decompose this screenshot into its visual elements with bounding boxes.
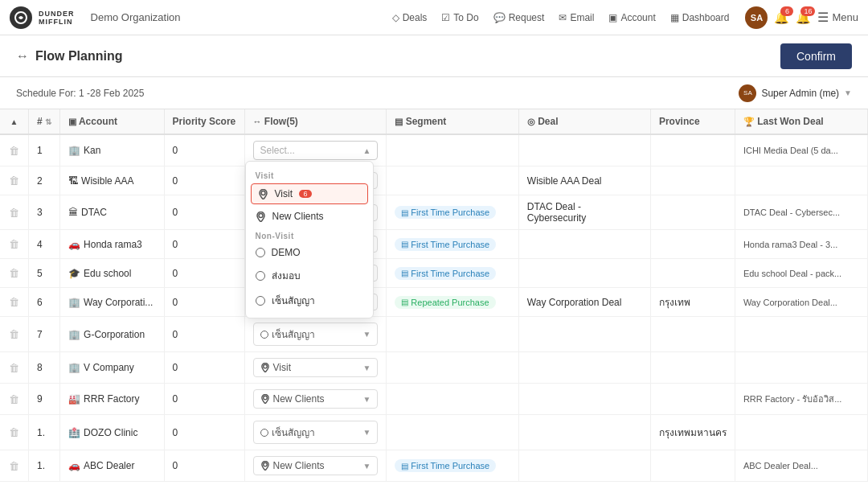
request-icon: 💬 <box>493 12 506 23</box>
flow-select[interactable]: เซ็นสัญญา ▼ <box>253 421 379 444</box>
trash-icon[interactable]: 🗑 <box>9 175 19 187</box>
user-avatar[interactable]: SA <box>745 6 768 29</box>
account-cell: 🏛DTAC <box>60 195 165 230</box>
col-deal: ◎ Deal <box>518 109 650 134</box>
account-cell: 🚗Honda rama3 <box>60 230 165 259</box>
dropdown-item-visit[interactable]: Visit 6 <box>251 183 368 204</box>
segment-cell: ▤First Time Purchase <box>387 195 519 230</box>
dropdown-item-newclients[interactable]: New Clients <box>246 206 373 227</box>
trash-icon[interactable]: 🗑 <box>9 207 19 219</box>
location-icon <box>260 363 270 372</box>
priority-cell: 0 <box>164 317 244 352</box>
sort-up-icon[interactable]: ▲ <box>10 117 18 126</box>
dropdown-item-sansanya[interactable]: เซ็นสัญญา <box>246 288 373 313</box>
flow-icon-header: ↔ <box>253 117 262 126</box>
flow-select[interactable]: New Clients ▼ <box>253 389 379 409</box>
nav-dashboard[interactable]: ▦ Dashboard <box>670 12 730 23</box>
brand-logo[interactable]: DUNDER MIFFLIN <box>10 6 75 29</box>
nav-deals[interactable]: ◇ Deals <box>392 12 428 23</box>
nav-todo[interactable]: ☑ To Do <box>441 12 478 23</box>
deal-cell <box>518 134 650 166</box>
province-cell <box>650 134 735 166</box>
priority-cell: 0 <box>164 450 244 482</box>
dropdown-item-demo[interactable]: DEMO <box>246 242 373 263</box>
account-type-icon: 🏭 <box>68 393 80 405</box>
segment-cell: ▤First Time Purchase <box>387 450 519 482</box>
chevron-down-icon: ▼ <box>844 88 852 97</box>
account-type-icon: 🏗 <box>68 175 78 187</box>
col-account: ▣ Account <box>60 109 165 134</box>
flow-cell[interactable]: Select... ▲ Visit Visit 6 New Clients No… <box>244 134 387 166</box>
circle-icon-sansanya <box>256 296 265 306</box>
nav-account[interactable]: ▣ Account <box>608 12 655 23</box>
badge-count-2: 16 <box>800 6 815 16</box>
flow-select[interactable]: New Clients ▼ <box>253 456 379 475</box>
account-cell: 🏭RRR Factory <box>60 384 165 415</box>
dropdown-item-songmob[interactable]: ส่งมอบ <box>246 263 373 288</box>
trash-icon[interactable]: 🗑 <box>9 296 19 308</box>
admin-selector[interactable]: SA Super Admin (me) ▼ <box>739 84 852 102</box>
number-cell: 4 <box>29 230 60 259</box>
trash-icon[interactable]: 🗑 <box>9 328 19 340</box>
nav-request[interactable]: 💬 Request <box>493 12 545 23</box>
flow-value: New Clients <box>260 460 325 471</box>
priority-cell: 0 <box>164 384 244 415</box>
col-province: Province <box>650 109 735 134</box>
trash-icon[interactable]: 🗑 <box>9 238 19 250</box>
lastwon-cell <box>735 317 867 352</box>
col-number-sort[interactable]: ⇅ <box>45 117 51 126</box>
flow-select[interactable]: Visit ▼ <box>253 358 379 377</box>
trash-icon[interactable]: 🗑 <box>9 362 19 374</box>
segment-cell: ▤First Time Purchase <box>387 230 519 259</box>
menu-button[interactable]: ☰ Menu <box>817 10 858 25</box>
flow-cell[interactable]: Visit ▼ <box>244 352 387 384</box>
delete-cell: 🗑 <box>0 384 29 415</box>
trash-icon[interactable]: 🗑 <box>9 145 19 157</box>
province-cell <box>650 317 735 352</box>
account-name: DOZO Clinic <box>84 427 137 438</box>
col-delete: ▲ <box>0 109 29 134</box>
nav-items: ◇ Deals ☑ To Do 💬 Request ✉ Email ▣ Acco… <box>392 12 730 23</box>
top-nav: DUNDER MIFFLIN Demo Organization ◇ Deals… <box>0 0 868 35</box>
flow-select-open[interactable]: Select... ▲ <box>253 141 379 160</box>
table-row: 🗑4🚗Honda rama30 ▼ ▤First Time PurchaseHo… <box>0 230 868 259</box>
table-row: 🗑1.🚗ABC Dealer0 New Clients ▼ ▤First Tim… <box>0 450 868 482</box>
notification-bell-2[interactable]: 🔔 16 <box>796 10 811 25</box>
confirm-button[interactable]: Confirm <box>780 43 852 69</box>
delete-cell: 🗑 <box>0 415 29 450</box>
location-icon <box>260 461 270 471</box>
segment-cell: ▤First Time Purchase <box>387 259 519 288</box>
account-name: Way Corporati... <box>84 297 153 308</box>
segment-badge: ▤First Time Purchase <box>395 459 496 472</box>
trash-icon[interactable]: 🗑 <box>9 426 19 438</box>
page-title: ↔ Flow Planning <box>16 49 122 64</box>
account-type-icon: 🎓 <box>68 268 80 279</box>
logo-icon <box>10 6 32 29</box>
flow-cell[interactable]: New Clients ▼ <box>244 384 387 415</box>
flow-value: Visit <box>260 362 291 373</box>
flow-cell[interactable]: เซ็นสัญญา ▼ <box>244 317 387 352</box>
province-cell <box>650 450 735 482</box>
visit-badge: 6 <box>299 190 312 198</box>
lastwon-text: ICHI Media Deal (5 da... <box>743 146 838 155</box>
flow-cell[interactable]: เซ็นสัญญา ▼ <box>244 415 387 450</box>
trash-icon[interactable]: 🗑 <box>9 393 19 405</box>
trash-icon[interactable]: 🗑 <box>9 460 19 472</box>
flow-select[interactable]: เซ็นสัญญา ▼ <box>253 323 379 346</box>
account-name: DTAC <box>81 207 107 218</box>
segment-icon: ▤ <box>401 269 408 277</box>
deal-cell <box>518 384 650 415</box>
nonvisit-section-label: Non-Visit <box>246 227 373 242</box>
segment-badge: ▤Repeated Purchase <box>395 296 495 309</box>
delete-cell: 🗑 <box>0 195 29 230</box>
deal-cell: DTAC Deal - Cybersecurity <box>518 195 650 230</box>
deal-cell <box>518 230 650 259</box>
nav-email[interactable]: ✉ Email <box>559 12 594 23</box>
trash-icon[interactable]: 🗑 <box>9 267 19 279</box>
newclients-label: New Clients <box>272 211 324 222</box>
priority-cell: 0 <box>164 230 244 259</box>
notification-bell-1[interactable]: 🔔 6 <box>774 10 789 25</box>
org-name: Demo Organization <box>91 11 181 23</box>
flow-value: New Clients <box>260 393 325 405</box>
flow-cell[interactable]: New Clients ▼ <box>244 450 387 482</box>
